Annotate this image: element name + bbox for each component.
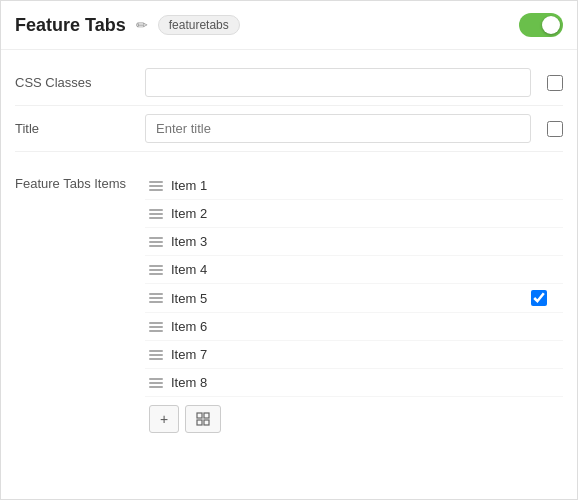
items-row: Feature Tabs Items Item 1Item 2Item 3Ite…	[15, 172, 563, 433]
list-item: Item 5	[145, 284, 563, 313]
slug-badge: featuretabs	[158, 15, 240, 35]
list-item: Item 7	[145, 341, 563, 369]
list-item: Item 1	[145, 172, 563, 200]
list-item: Item 8	[145, 369, 563, 397]
title-label: Title	[15, 121, 135, 136]
items-actions: +	[145, 397, 563, 433]
item-name: Item 6	[171, 319, 207, 334]
css-classes-row: CSS Classes	[15, 60, 563, 106]
svg-rect-2	[197, 420, 202, 425]
title-checkbox[interactable]	[547, 121, 563, 137]
enable-toggle[interactable]	[519, 13, 563, 37]
grid-view-button[interactable]	[185, 405, 221, 433]
item-checkbox[interactable]	[531, 290, 547, 306]
drag-handle-icon[interactable]	[149, 293, 163, 303]
list-item: Item 6	[145, 313, 563, 341]
toggle-slider	[519, 13, 563, 37]
drag-handle-icon[interactable]	[149, 265, 163, 275]
items-label: Feature Tabs Items	[15, 172, 135, 191]
form-section: CSS Classes Title	[1, 50, 577, 162]
item-name: Item 1	[171, 178, 207, 193]
widget-title: Feature Tabs	[15, 15, 126, 36]
widget-container: Feature Tabs ✏ featuretabs CSS Classes T…	[0, 0, 578, 500]
item-name: Item 2	[171, 206, 207, 221]
item-name: Item 7	[171, 347, 207, 362]
svg-rect-1	[204, 413, 209, 418]
svg-rect-0	[197, 413, 202, 418]
grid-icon	[196, 412, 210, 426]
item-name: Item 8	[171, 375, 207, 390]
item-name: Item 4	[171, 262, 207, 277]
title-input[interactable]	[145, 114, 531, 143]
item-name: Item 3	[171, 234, 207, 249]
css-classes-label: CSS Classes	[15, 75, 135, 90]
list-item: Item 4	[145, 256, 563, 284]
items-section: Feature Tabs Items Item 1Item 2Item 3Ite…	[1, 162, 577, 447]
css-classes-input[interactable]	[145, 68, 531, 97]
item-checkbox-area	[519, 290, 559, 306]
enable-toggle-wrap	[519, 13, 563, 37]
drag-handle-icon[interactable]	[149, 181, 163, 191]
drag-handle-icon[interactable]	[149, 209, 163, 219]
add-item-button[interactable]: +	[149, 405, 179, 433]
list-item: Item 2	[145, 200, 563, 228]
css-classes-checkbox[interactable]	[547, 75, 563, 91]
edit-icon[interactable]: ✏	[136, 17, 148, 33]
drag-handle-icon[interactable]	[149, 322, 163, 332]
list-item: Item 3	[145, 228, 563, 256]
items-list: Item 1Item 2Item 3Item 4Item 5Item 6Item…	[145, 172, 563, 433]
drag-handle-icon[interactable]	[149, 378, 163, 388]
title-row: Title	[15, 106, 563, 152]
item-name: Item 5	[171, 291, 207, 306]
drag-handle-icon[interactable]	[149, 237, 163, 247]
widget-header: Feature Tabs ✏ featuretabs	[1, 1, 577, 50]
svg-rect-3	[204, 420, 209, 425]
drag-handle-icon[interactable]	[149, 350, 163, 360]
